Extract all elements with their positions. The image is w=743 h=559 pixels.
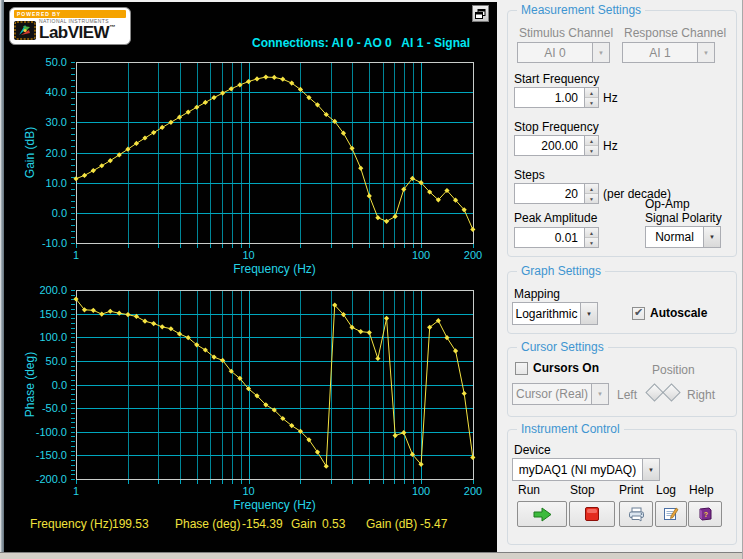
spin-up-icon[interactable]: ▲ bbox=[585, 88, 598, 98]
y-axis-title: Phase (deg) bbox=[23, 352, 37, 417]
spin-down-icon[interactable]: ▼ bbox=[585, 98, 598, 107]
readout-gain-label: Gain bbox=[291, 517, 316, 531]
svg-text:?: ? bbox=[704, 510, 708, 517]
readout-frequency-value: 199.53 bbox=[112, 517, 149, 531]
help-button[interactable]: ? bbox=[688, 501, 722, 527]
svg-text:-200.0: -200.0 bbox=[36, 473, 67, 485]
chevron-down-icon[interactable]: ▼ bbox=[580, 303, 597, 324]
stop-frequency-unit: Hz bbox=[603, 139, 618, 153]
svg-text:50.0: 50.0 bbox=[46, 355, 67, 367]
svg-text:10: 10 bbox=[242, 485, 254, 497]
mapping-select[interactable]: Logarithmic ▼ bbox=[512, 302, 598, 325]
steps-input[interactable]: 20 bbox=[514, 183, 584, 204]
autoscale-checkbox[interactable]: ✔ bbox=[632, 307, 645, 320]
peak-amplitude-label: Peak Amplitude bbox=[514, 211, 597, 225]
opamp-polarity-select[interactable]: Normal ▼ bbox=[645, 226, 721, 248]
chevron-down-icon[interactable]: ▼ bbox=[642, 459, 659, 480]
svg-text:150.0: 150.0 bbox=[39, 308, 67, 320]
start-frequency-input[interactable]: 1.00 bbox=[514, 87, 584, 108]
help-icon: ? bbox=[697, 507, 713, 522]
svg-text:-100.0: -100.0 bbox=[36, 426, 67, 438]
readout-gain-db-label: Gain (dB) bbox=[366, 517, 417, 531]
start-frequency-unit: Hz bbox=[603, 91, 618, 105]
response-channel-label: Response Channel bbox=[624, 26, 726, 40]
x-axis-title: Frequency (Hz) bbox=[233, 498, 316, 512]
run-button[interactable] bbox=[517, 501, 567, 527]
instrument-control-title: Instrument Control bbox=[517, 422, 624, 436]
log-button-label: Log bbox=[656, 483, 676, 497]
spin-up-icon[interactable]: ▲ bbox=[585, 184, 598, 194]
cursors-on-label: Cursors On bbox=[533, 361, 599, 375]
opamp-label-line1: Op-Amp bbox=[645, 197, 690, 211]
peak-amplitude-spinner[interactable]: ▲▼ bbox=[584, 227, 599, 248]
chevron-down-icon: ▼ bbox=[697, 43, 714, 62]
stimulus-channel-select: AI 0 ▼ bbox=[517, 42, 610, 63]
stop-icon bbox=[585, 507, 599, 521]
cursor-select: Cursor (Real) ▼ bbox=[512, 383, 609, 405]
stimulus-channel-label: Stimulus Channel bbox=[519, 26, 613, 40]
cursor-left-label: Left bbox=[617, 388, 637, 402]
spin-up-icon[interactable]: ▲ bbox=[585, 136, 598, 146]
cursors-on-checkbox[interactable]: ✔ bbox=[515, 362, 528, 375]
device-select[interactable]: myDAQ1 (NI myDAQ) ▼ bbox=[512, 458, 660, 481]
print-icon bbox=[628, 507, 645, 522]
peak-amplitude-input[interactable]: 0.01 bbox=[514, 227, 584, 248]
check-icon: ✔ bbox=[634, 307, 643, 318]
autoscale-check-row: ✔ Autoscale bbox=[632, 306, 707, 320]
readout-phase-label: Phase (deg) bbox=[175, 517, 240, 531]
readout-phase-value: -154.39 bbox=[242, 517, 283, 531]
chevron-down-icon[interactable]: ▼ bbox=[703, 227, 720, 247]
stop-frequency-spinner[interactable]: ▲▼ bbox=[584, 135, 599, 156]
autoscale-label: Autoscale bbox=[650, 306, 707, 320]
chevron-down-icon: ▼ bbox=[591, 384, 608, 404]
cursors-on-check-row: ✔ Cursors On bbox=[515, 361, 599, 375]
run-button-label: Run bbox=[518, 483, 540, 497]
start-frequency-spinner[interactable]: ▲▼ bbox=[584, 87, 599, 108]
spin-down-icon[interactable]: ▼ bbox=[585, 238, 598, 247]
log-button[interactable] bbox=[655, 501, 687, 527]
settings-panel: Measurement Settings Stimulus Channel Re… bbox=[497, 0, 743, 552]
bode-analyzer-window: POWERED BY NATIONAL INSTRUMENTS LabVIEW™ bbox=[0, 0, 743, 559]
spin-down-icon[interactable]: ▼ bbox=[585, 146, 598, 155]
print-button[interactable] bbox=[619, 501, 653, 527]
stop-frequency-label: Stop Frequency bbox=[514, 120, 599, 134]
readout-gain-value: 0.53 bbox=[322, 517, 345, 531]
steps-label: Steps bbox=[514, 168, 545, 182]
svg-text:100: 100 bbox=[412, 485, 430, 497]
graph-settings-title: Graph Settings bbox=[517, 264, 605, 278]
steps-spinner[interactable]: ▲▼ bbox=[584, 183, 599, 204]
svg-text:200.0: 200.0 bbox=[39, 284, 67, 296]
run-icon bbox=[532, 507, 552, 522]
start-frequency-control: 1.00 ▲▼ Hz bbox=[514, 87, 618, 108]
start-frequency-label: Start Frequency bbox=[514, 72, 599, 86]
readout-gain-db-value: -5.47 bbox=[420, 517, 447, 531]
svg-text:0.0: 0.0 bbox=[52, 379, 67, 391]
cursor-readout: Frequency (Hz) 199.53 Phase (deg) -154.3… bbox=[4, 517, 497, 535]
svg-text:-150.0: -150.0 bbox=[36, 449, 67, 461]
cursor-settings-group: Cursor Settings bbox=[507, 347, 737, 417]
svg-text:1: 1 bbox=[73, 485, 79, 497]
print-button-label: Print bbox=[619, 483, 644, 497]
plot-panel: POWERED BY NATIONAL INSTRUMENTS LabVIEW™ bbox=[4, 2, 497, 552]
phase-bode-plot: 200.0150.0100.050.00.0-50.0-100.0-150.0-… bbox=[4, 2, 497, 552]
position-label: Position bbox=[652, 363, 695, 377]
spin-down-icon[interactable]: ▼ bbox=[585, 194, 598, 203]
help-button-label: Help bbox=[689, 483, 714, 497]
data-markers bbox=[73, 296, 475, 468]
stop-button-label: Stop bbox=[570, 483, 595, 497]
svg-text:100.0: 100.0 bbox=[39, 331, 67, 343]
peak-amplitude-control: 0.01 ▲▼ bbox=[514, 227, 599, 248]
log-icon bbox=[663, 506, 679, 522]
device-label: Device bbox=[514, 443, 551, 457]
cursor-settings-title: Cursor Settings bbox=[517, 340, 608, 354]
chevron-down-icon: ▼ bbox=[592, 43, 609, 62]
stop-button[interactable] bbox=[569, 501, 615, 527]
svg-text:-50.0: -50.0 bbox=[42, 402, 67, 414]
svg-text:200: 200 bbox=[464, 485, 482, 497]
stop-frequency-input[interactable]: 200.00 bbox=[514, 135, 584, 156]
spin-up-icon[interactable]: ▲ bbox=[585, 228, 598, 238]
mapping-label: Mapping bbox=[514, 287, 560, 301]
window-frame-bottom bbox=[0, 552, 743, 559]
readout-frequency-label: Frequency (Hz) bbox=[30, 517, 113, 531]
measurement-settings-title: Measurement Settings bbox=[517, 3, 645, 17]
